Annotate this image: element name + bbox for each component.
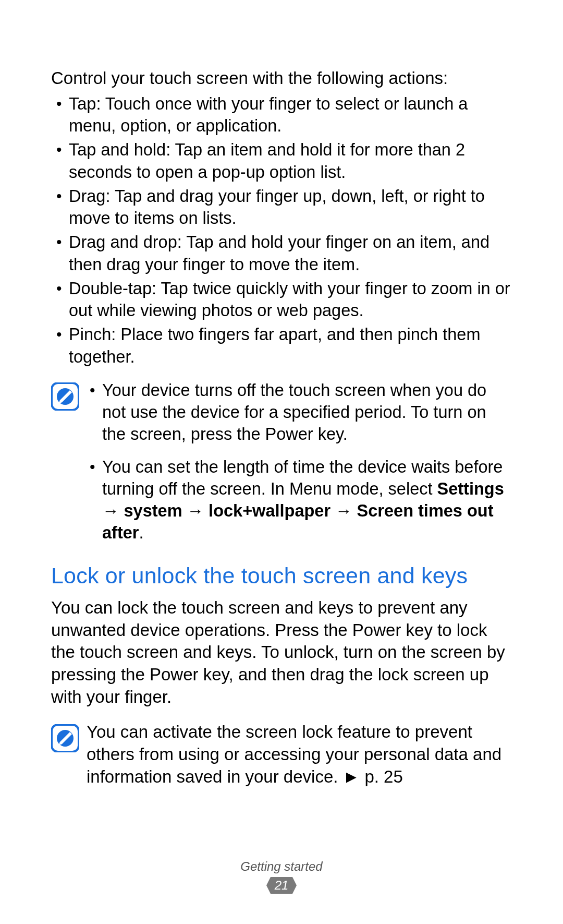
note-block-1: Your device turns off the touch screen w… [51,379,512,544]
list-item: Drag and drop: Tap and hold your finger … [69,231,512,275]
intro-text: Control your touch screen with the follo… [51,67,512,90]
list-item: Pinch: Place two fingers far apart, and … [69,323,512,368]
note-block-2: You can activate the screen lock feature… [51,721,512,788]
manual-page: Control your touch screen with the follo… [0,0,563,924]
note-list: Your device turns off the touch screen w… [87,379,512,544]
touch-actions-list: Tap: Touch once with your finger to sele… [51,93,512,368]
note-icon [51,382,79,411]
list-item: Double-tap: Tap twice quickly with your … [69,278,512,322]
page-number: 21 [275,878,289,892]
footer-section-label: Getting started [0,859,563,874]
page-number-badge: 21 [266,877,297,894]
note-text-post: . [139,523,143,542]
list-item: Drag: Tap and drag your finger up, down,… [69,185,512,230]
section-paragraph: You can lock the touch screen and keys t… [51,597,512,709]
list-item: Tap and hold: Tap an item and hold it fo… [69,139,512,183]
page-footer: Getting started 21 [0,859,563,894]
list-item: Your device turns off the touch screen w… [102,379,512,446]
list-item: Tap: Touch once with your finger to sele… [69,93,512,137]
list-item: You can set the length of time the devic… [102,456,512,544]
section-heading: Lock or unlock the touch screen and keys [51,563,512,589]
note-icon [51,724,79,752]
note-paragraph: You can activate the screen lock feature… [87,721,512,788]
